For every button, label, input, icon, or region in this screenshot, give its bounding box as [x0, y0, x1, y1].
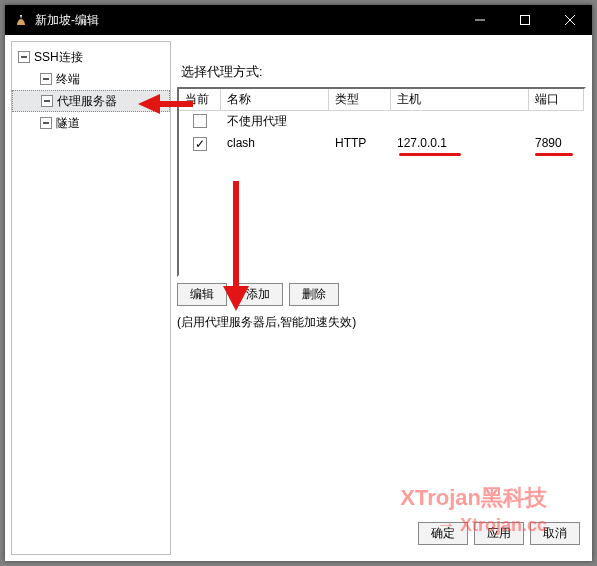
collapse-toggle-icon[interactable]: [41, 95, 53, 107]
table-header: 当前 名称 类型 主机 端口: [179, 89, 584, 111]
collapse-toggle-icon[interactable]: [18, 51, 30, 63]
dialog-footer: 确定 应用 取消: [177, 514, 586, 555]
cell-host: [391, 111, 529, 134]
row-checkbox[interactable]: [193, 137, 207, 151]
collapse-toggle-icon[interactable]: [40, 117, 52, 129]
svg-rect-0: [520, 16, 529, 25]
app-icon: [13, 12, 29, 28]
collapse-toggle-icon[interactable]: [40, 73, 52, 85]
section-label: 选择代理方式:: [181, 63, 586, 81]
tree-item-proxy-server[interactable]: 代理服务器: [12, 90, 170, 112]
tree-item-terminal[interactable]: 终端: [12, 68, 170, 90]
cell-name: clash: [221, 134, 329, 154]
annotation-underline-host: [399, 153, 461, 156]
cell-host: 127.0.0.1: [391, 134, 529, 154]
sidebar-tree[interactable]: SSH连接 终端 代理服务器 隧道: [11, 41, 171, 555]
window-title: 新加坡-编辑: [35, 12, 457, 29]
tree-item-label: 代理服务器: [57, 93, 117, 110]
proxy-table: 当前 名称 类型 主机 端口 不使用代理 clash HTTP: [177, 87, 586, 277]
titlebar: 新加坡-编辑: [5, 5, 592, 35]
delete-button[interactable]: 删除: [289, 283, 339, 306]
col-header-port[interactable]: 端口: [529, 89, 584, 111]
minimize-button[interactable]: [457, 5, 502, 35]
col-header-host[interactable]: 主机: [391, 89, 529, 111]
col-header-current[interactable]: 当前: [179, 89, 221, 111]
main-panel: 选择代理方式: 当前 名称 类型 主机 端口 不使用代理: [177, 41, 586, 555]
table-row[interactable]: clash HTTP 127.0.0.1 7890: [179, 134, 584, 154]
dialog-window: 新加坡-编辑 SSH连接 终端 代理服务器: [5, 5, 592, 561]
maximize-button[interactable]: [502, 5, 547, 35]
add-button[interactable]: 添加: [233, 283, 283, 306]
proxy-note: (启用代理服务器后,智能加速失效): [177, 314, 586, 331]
row-checkbox[interactable]: [193, 114, 207, 128]
close-button[interactable]: [547, 5, 592, 35]
edit-button[interactable]: 编辑: [177, 283, 227, 306]
cell-type: [329, 111, 391, 134]
cell-type: HTTP: [329, 134, 391, 154]
ok-button[interactable]: 确定: [418, 522, 468, 545]
col-header-type[interactable]: 类型: [329, 89, 391, 111]
cancel-button[interactable]: 取消: [530, 522, 580, 545]
tree-item-label: 隧道: [56, 115, 80, 132]
annotation-underline-port: [535, 153, 573, 156]
tree-root-label: SSH连接: [34, 49, 83, 66]
cell-port: 7890: [529, 134, 584, 154]
tree-item-label: 终端: [56, 71, 80, 88]
tree-root-ssh[interactable]: SSH连接: [12, 46, 170, 68]
tree-item-tunnel[interactable]: 隧道: [12, 112, 170, 134]
apply-button[interactable]: 应用: [474, 522, 524, 545]
cell-port: [529, 111, 584, 134]
table-row[interactable]: 不使用代理: [179, 111, 584, 134]
col-header-name[interactable]: 名称: [221, 89, 329, 111]
cell-name: 不使用代理: [221, 111, 329, 134]
